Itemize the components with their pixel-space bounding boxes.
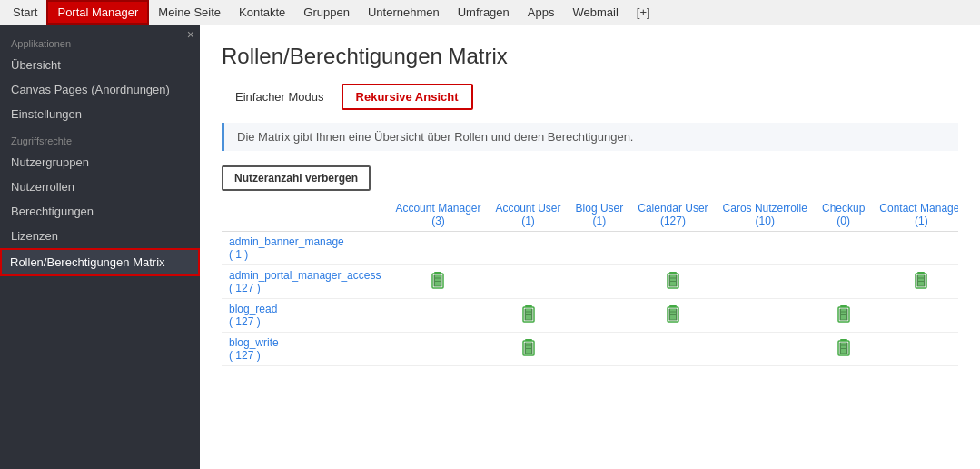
svg-rect-21 [918, 282, 924, 286]
sidebar-item-nutzergruppen[interactable]: Nutzergruppen [0, 150, 200, 175]
permission-cell [569, 232, 631, 265]
svg-rect-9 [435, 282, 441, 286]
nav-portal-manager[interactable]: Portal Manager [46, 0, 149, 25]
nav-unternehmen[interactable]: Unternehmen [359, 2, 449, 23]
permission-cell [630, 333, 715, 366]
battery-icon [915, 280, 927, 293]
permission-cell [716, 333, 815, 366]
nav-webmail[interactable]: Webmail [563, 2, 627, 23]
sidebar-section-applikationen: Applikationen [0, 29, 200, 53]
svg-rect-52 [841, 312, 846, 314]
permission-cell [388, 232, 488, 265]
svg-rect-16 [670, 278, 676, 281]
col-header-checkup[interactable]: Checkup (0) [815, 198, 872, 232]
sidebar-close-button[interactable]: × [187, 27, 194, 42]
table-row: admin_banner_manage( 1 ) [222, 232, 958, 265]
top-navigation: Start Portal Manager Meine Seite Kontakt… [0, 0, 980, 25]
col-header-caros-nutzerrolle[interactable]: Caros Nutzerrolle (10) [716, 198, 815, 232]
permission-cell [489, 265, 569, 299]
svg-rect-39 [526, 315, 531, 320]
matrix-area: Nutzeranzahl verbergen Account Manager (… [222, 165, 958, 366]
svg-rect-53 [841, 309, 846, 312]
battery-icon [837, 314, 850, 326]
sidebar-section-zugriffsrechte: Zugriffsrechte [0, 126, 200, 150]
svg-rect-15 [670, 282, 676, 286]
info-box: Die Matrix gibt Ihnen eine Übersicht übe… [222, 123, 958, 151]
sidebar-item-rollen-matrix[interactable]: Rollen/Berechtigungen Matrix [0, 248, 200, 276]
permission-cell [630, 265, 715, 299]
permission-cell [815, 232, 872, 265]
col-header-account-user[interactable]: Account User (1) [489, 198, 569, 232]
permission-label[interactable]: blog_read( 127 ) [222, 299, 388, 333]
svg-rect-17 [670, 275, 676, 278]
permission-cell [569, 265, 631, 299]
svg-rect-64 [526, 345, 531, 348]
main-content: Rollen/Berechtigungen Matrix Einfacher M… [200, 25, 980, 469]
svg-rect-65 [526, 343, 531, 345]
sidebar-item-ubersicht[interactable]: Übersicht [0, 53, 200, 77]
sidebar: × Applikationen Übersicht Canvas Pages (… [0, 25, 200, 469]
sidebar-item-lizenzen[interactable]: Lizenzen [0, 224, 200, 248]
permission-cell [872, 333, 958, 366]
permission-cell [388, 265, 488, 299]
battery-icon [837, 347, 850, 360]
permission-cell [716, 232, 815, 265]
col-header-calendar-user[interactable]: Calendar User (127) [630, 198, 715, 232]
col-header-account-manager[interactable]: Account Manager (3) [388, 198, 488, 232]
col-header-contact-manager[interactable]: Contact Manager (1) [872, 198, 958, 232]
sidebar-item-canvas-pages[interactable]: Canvas Pages (Anordnungen) [0, 77, 200, 102]
permission-cell [815, 265, 872, 299]
svg-rect-45 [670, 315, 676, 320]
permission-label[interactable]: admin_portal_manager_access( 127 ) [222, 265, 388, 299]
table-row: admin_portal_manager_access( 127 ) [222, 265, 958, 299]
permission-cell [630, 232, 715, 265]
tab-rekursive-ansicht[interactable]: Rekursive Ansicht [342, 84, 473, 110]
permission-cell [388, 299, 488, 333]
svg-rect-46 [670, 312, 676, 314]
table-row: blog_write( 127 ) [222, 333, 958, 366]
nav-kontakte[interactable]: Kontakte [230, 2, 294, 23]
view-tabs: Einfacher Modus Rekursive Ansicht [222, 84, 958, 110]
battery-icon [667, 314, 679, 326]
col-header-blog-user[interactable]: Blog User (1) [569, 198, 631, 232]
permission-cell [716, 299, 815, 333]
nav-umfragen[interactable]: Umfragen [449, 2, 519, 23]
permission-cell [489, 333, 569, 366]
permission-cell [489, 232, 569, 265]
battery-icon [522, 314, 535, 326]
svg-rect-47 [670, 309, 676, 312]
svg-rect-40 [526, 312, 531, 314]
sidebar-item-nutzerrollen[interactable]: Nutzerrollen [0, 175, 200, 199]
nav-start[interactable]: Start [4, 2, 46, 23]
battery-icon [431, 280, 444, 293]
permission-cell [388, 333, 488, 366]
svg-rect-22 [918, 278, 924, 281]
nav-gruppen[interactable]: Gruppen [294, 2, 359, 23]
permissions-matrix-table: Account Manager (3) Account User (1) Blo… [222, 198, 958, 366]
permission-cell [630, 299, 715, 333]
svg-rect-69 [841, 349, 846, 354]
permission-label[interactable]: blog_write( 127 ) [222, 333, 388, 366]
permission-cell [815, 333, 872, 366]
battery-icon [667, 280, 679, 293]
nav-apps[interactable]: Apps [519, 2, 564, 23]
page-title: Rollen/Berechtigungen Matrix [222, 44, 958, 69]
svg-rect-11 [435, 275, 441, 278]
permission-cell [569, 299, 631, 333]
sidebar-item-einstellungen[interactable]: Einstellungen [0, 102, 200, 126]
table-row: blog_read( 127 ) [222, 299, 958, 333]
tab-einfacher-modus[interactable]: Einfacher Modus [222, 85, 338, 109]
battery-icon [522, 347, 535, 360]
col-header-permission [222, 198, 388, 232]
sidebar-item-berechtigungen[interactable]: Berechtigungen [0, 199, 200, 224]
svg-rect-10 [435, 278, 441, 281]
permission-cell [569, 333, 631, 366]
permission-cell [872, 299, 958, 333]
permission-cell [872, 232, 958, 265]
nav-meine-seite[interactable]: Meine Seite [149, 2, 230, 23]
permission-cell [716, 265, 815, 299]
permission-label[interactable]: admin_banner_manage( 1 ) [222, 232, 388, 265]
nav-plus[interactable]: [+] [628, 2, 659, 23]
svg-rect-41 [526, 309, 531, 312]
hide-user-count-button[interactable]: Nutzeranzahl verbergen [222, 165, 371, 191]
